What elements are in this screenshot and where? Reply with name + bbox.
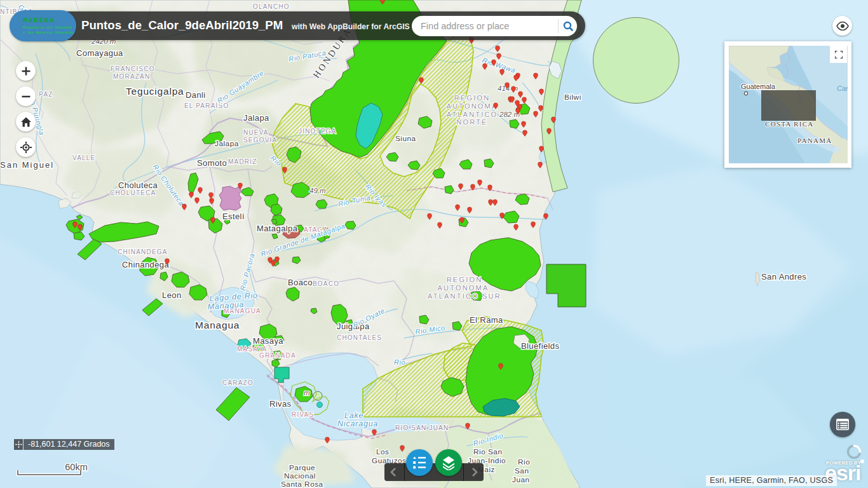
- svg-text:San Andres: San Andres: [761, 272, 806, 281]
- svg-text:NORTE: NORTE: [456, 118, 487, 126]
- svg-text:ATLANTICO SUR: ATLANTICO SUR: [428, 292, 501, 300]
- svg-text:CHONTALES: CHONTALES: [337, 334, 382, 341]
- svg-text:60km: 60km: [65, 462, 87, 472]
- svg-text:PANAMÁ: PANAMÁ: [797, 137, 832, 144]
- svg-text:Los: Los: [376, 447, 390, 456]
- svg-text:Somoto: Somoto: [197, 158, 227, 168]
- svg-text:REGION: REGION: [454, 94, 491, 102]
- svg-text:CHOLUTECA: CHOLUTECA: [110, 189, 156, 196]
- svg-text:Rio: Rio: [394, 358, 405, 366]
- svg-text:Rio: Rio: [518, 458, 530, 466]
- svg-text:Jalapa: Jalapa: [215, 139, 239, 148]
- svg-text:OLANCHO: OLANCHO: [253, 3, 290, 10]
- svg-text:Nacional: Nacional: [284, 471, 316, 480]
- svg-text:JINOTEGA: JINOTEGA: [299, 128, 337, 135]
- svg-text:AUTONOMA: AUTONOMA: [447, 102, 498, 110]
- svg-text:Nicaragua: Nicaragua: [337, 419, 378, 428]
- svg-text:Managua: Managua: [195, 320, 240, 330]
- svg-text:Jalapa: Jalapa: [243, 113, 269, 123]
- svg-text:VALLE: VALLE: [72, 154, 95, 161]
- svg-text:Guatemala: Guatemala: [741, 83, 776, 90]
- svg-text:REGION: REGION: [447, 276, 483, 283]
- svg-text:CARAZO: CARAZO: [222, 379, 254, 386]
- svg-text:FRANCISCO: FRANCISCO: [111, 65, 155, 72]
- svg-text:Car: Car: [837, 85, 848, 92]
- svg-text:49 m: 49 m: [309, 187, 326, 194]
- svg-text:Danli: Danli: [186, 90, 206, 100]
- svg-text:ATLANTICO: ATLANTICO: [447, 111, 498, 118]
- svg-text:MORAZÁN: MORAZÁN: [113, 72, 150, 80]
- svg-text:AUTONOMA: AUTONOMA: [438, 284, 489, 292]
- svg-text:San: San: [515, 466, 529, 475]
- svg-text:COSTA RICA: COSTA RICA: [765, 120, 814, 128]
- svg-text:Bluefields: Bluefields: [521, 341, 559, 351]
- svg-text:Rio San: Rio San: [473, 447, 502, 456]
- svg-text:Rivas: Rivas: [269, 399, 292, 409]
- svg-text:Bilwi: Bilwi: [564, 93, 581, 102]
- svg-text:El Rama: El Rama: [470, 315, 503, 325]
- svg-text:Chinandega: Chinandega: [122, 260, 169, 269]
- svg-text:Leon: Leon: [162, 290, 182, 300]
- svg-text:Masaya: Masaya: [253, 336, 283, 346]
- svg-text:NUEVA: NUEVA: [243, 129, 269, 136]
- svg-text:m: m: [304, 389, 310, 396]
- svg-text:MADRIZ: MADRIZ: [228, 158, 257, 165]
- svg-text:Choluteca: Choluteca: [118, 180, 158, 190]
- svg-text:Estelí: Estelí: [222, 212, 245, 221]
- svg-text:Santa Rosa: Santa Rosa: [281, 480, 323, 488]
- svg-text:SEGOVIA: SEGOVIA: [243, 137, 277, 144]
- svg-text:Boaco: Boaco: [288, 278, 313, 287]
- svg-text:GRANADA: GRANADA: [259, 352, 296, 359]
- svg-text:RIVAS: RIVAS: [292, 411, 314, 418]
- svg-text:CHINANDEGA: CHINANDEGA: [118, 248, 168, 255]
- svg-text:Juan: Juan: [512, 475, 530, 484]
- svg-text:Siuna: Siuna: [395, 134, 416, 143]
- svg-text:Tegucigalpa: Tegucigalpa: [126, 86, 184, 97]
- svg-text:BOACO: BOACO: [313, 280, 339, 287]
- svg-text:Matagalpa: Matagalpa: [257, 224, 298, 233]
- svg-text:San Miguel: San Miguel: [0, 160, 54, 170]
- svg-text:RIO SAN JUAN: RIO SAN JUAN: [395, 424, 449, 431]
- svg-text:Comayagua: Comayagua: [76, 48, 123, 58]
- svg-text:Parque: Parque: [289, 463, 315, 472]
- svg-text:Lake: Lake: [344, 411, 363, 420]
